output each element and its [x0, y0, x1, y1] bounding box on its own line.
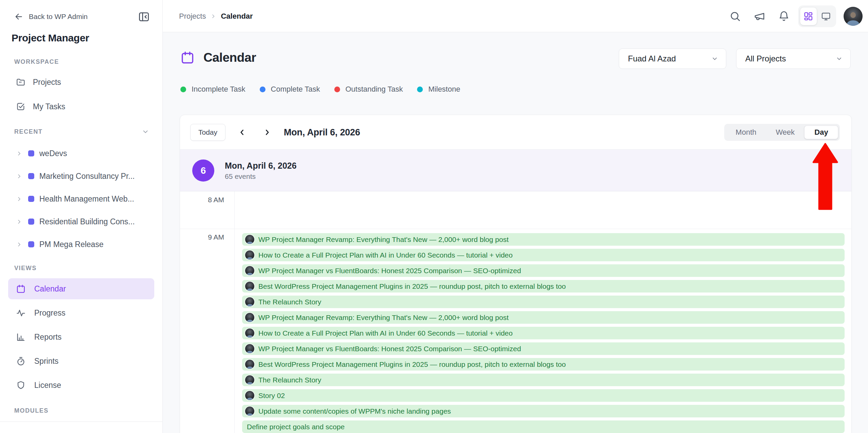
- chevron-right-icon: [210, 13, 217, 20]
- event-title: Best WordPress Project Management Plugin…: [258, 282, 566, 290]
- assignee-avatar: [245, 407, 254, 416]
- calendar-card: Today Mon, April 6, 2026 Month Week Day: [180, 115, 852, 433]
- chevron-right-icon[interactable]: [16, 150, 23, 157]
- event-bar[interactable]: Update some content/copies of WPPM's nic…: [242, 405, 845, 417]
- day-grid: 8 AM 9 AM WP Project Manager Revamp: Eve…: [180, 191, 851, 433]
- event-bar[interactable]: Define project goals and scope: [242, 420, 845, 433]
- event-bar[interactable]: WP Project Manager Revamp: Everything Th…: [242, 311, 845, 324]
- user-avatar[interactable]: [844, 7, 863, 26]
- recent-project-item[interactable]: weDevs: [0, 146, 162, 161]
- dashboard-grid-icon: [803, 11, 813, 21]
- view-segmented-control: Month Week Day: [724, 124, 840, 141]
- event-title: Story 02: [258, 392, 285, 400]
- event-bar[interactable]: WP Project Manager vs FluentBoards: Hone…: [242, 264, 845, 277]
- event-bar[interactable]: Best WordPress Project Management Plugin…: [242, 358, 845, 371]
- event-title: Define project goals and scope: [247, 423, 344, 431]
- chevron-down-icon[interactable]: [141, 128, 150, 136]
- breadcrumb: Projects Calendar: [179, 0, 253, 32]
- notifications-button[interactable]: [777, 10, 791, 23]
- assignee-avatar: [245, 266, 254, 275]
- sidebar-view-item[interactable]: License: [8, 375, 154, 396]
- assignee-avatar: [245, 235, 254, 244]
- shield-icon: [16, 380, 26, 391]
- day-title: Mon, April 6, 2026: [225, 161, 297, 171]
- breadcrumb-projects[interactable]: Projects: [179, 12, 206, 21]
- monitor-icon: [821, 11, 831, 21]
- event-bar[interactable]: WP Project Manager Revamp: Everything Th…: [242, 233, 845, 246]
- previous-day-button[interactable]: [234, 124, 250, 141]
- views-list: Calendar Progress Reports Sprints Licens…: [8, 278, 154, 396]
- assignee-filter-value: Fuad Al Azad: [628, 54, 676, 63]
- project-filter-value: All Projects: [745, 54, 786, 63]
- assignee-avatar: [245, 282, 254, 291]
- bell-icon: [778, 11, 790, 22]
- search-button[interactable]: [728, 10, 742, 23]
- activity-icon: [16, 308, 26, 318]
- dashboard-view-toggle[interactable]: [800, 7, 817, 25]
- event-bar[interactable]: Best WordPress Project Management Plugin…: [242, 280, 845, 293]
- legend-item: Milestone: [417, 85, 460, 94]
- calendar-toolbar: Today Mon, April 6, 2026 Month Week Day: [180, 115, 851, 150]
- sidebar-view-item[interactable]: Calendar: [8, 278, 154, 299]
- sidebar-item-label: My Tasks: [33, 102, 65, 111]
- chevron-right-icon[interactable]: [16, 173, 23, 180]
- chevron-right-icon[interactable]: [16, 195, 23, 203]
- view-segment-button[interactable]: Week: [766, 126, 804, 139]
- event-bar[interactable]: The Relaunch Story: [242, 374, 845, 386]
- assignee-avatar: [245, 328, 254, 338]
- assignee-avatar: [245, 250, 254, 260]
- chevron-right-icon[interactable]: [16, 218, 23, 225]
- chevron-right-icon: [263, 128, 272, 137]
- event-list: WP Project Manager Revamp: Everything Th…: [242, 233, 845, 433]
- breadcrumb-current: Calendar: [221, 12, 253, 21]
- recent-project-item[interactable]: Health Management Web...: [0, 191, 162, 206]
- chevron-down-icon: [711, 55, 718, 62]
- next-day-button[interactable]: [259, 124, 275, 141]
- project-color-dot: [28, 173, 34, 179]
- hour-label-8am: 8 AM: [180, 196, 234, 204]
- announcements-button[interactable]: [753, 10, 766, 23]
- event-bar[interactable]: How to Create a Full Project Plan with A…: [242, 327, 845, 339]
- chevron-right-icon[interactable]: [16, 241, 23, 248]
- event-bar[interactable]: WP Project Manager vs FluentBoards: Hone…: [242, 342, 845, 355]
- sidebar-view-item[interactable]: Progress: [8, 302, 154, 323]
- legend: Incomplete Task Complete Task Outstandin…: [180, 85, 460, 94]
- classic-view-toggle[interactable]: [818, 7, 834, 25]
- event-bar[interactable]: How to Create a Full Project Plan with A…: [242, 249, 845, 261]
- event-bar[interactable]: The Relaunch Story: [242, 296, 845, 308]
- event-title: WP Project Manager vs FluentBoards: Hone…: [258, 345, 521, 353]
- sidebar-view-item[interactable]: Sprints: [8, 351, 154, 372]
- main-content: Calendar Fuad Al Azad All Projects Incom…: [163, 32, 868, 433]
- event-title: The Relaunch Story: [258, 298, 321, 306]
- timer-icon: [16, 356, 26, 366]
- project-color-dot: [28, 150, 34, 156]
- legend-item: Incomplete Task: [180, 85, 245, 94]
- recent-project-item[interactable]: Marketing Consultancy Pr...: [0, 169, 162, 184]
- sidebar-item[interactable]: My Tasks: [0, 98, 162, 115]
- legend-label: Milestone: [428, 85, 460, 94]
- recent-projects-list: weDevs Marketing Consultancy Pr... Healt…: [0, 146, 162, 252]
- topbar: Projects Calendar: [163, 0, 868, 32]
- legend-label: Outstanding Task: [346, 85, 403, 94]
- project-color-dot: [28, 196, 34, 202]
- recent-project-label: weDevs: [39, 149, 67, 158]
- recent-project-item[interactable]: PM Mega Release: [0, 237, 162, 252]
- search-icon: [729, 11, 741, 22]
- sidebar-view-label: Calendar: [34, 284, 66, 294]
- today-button[interactable]: Today: [190, 124, 225, 141]
- event-bar[interactable]: Story 02: [242, 389, 845, 402]
- project-color-dot: [28, 219, 34, 225]
- sidebar-collapse-icon[interactable]: [138, 11, 150, 23]
- recent-section-label: RECENT: [14, 128, 43, 135]
- sidebar: Back to WP Admin Project Manager WORKSPA…: [0, 0, 163, 433]
- project-filter-select[interactable]: All Projects: [736, 49, 851, 69]
- recent-project-item[interactable]: Residential Building Cons...: [0, 214, 162, 229]
- view-segment-button[interactable]: Day: [804, 126, 838, 139]
- assignee-filter-select[interactable]: Fuad Al Azad: [619, 49, 726, 69]
- view-segment-button[interactable]: Month: [726, 126, 766, 139]
- sidebar-item[interactable]: Projects: [0, 73, 162, 91]
- event-title: Best WordPress Project Management Plugin…: [258, 360, 566, 369]
- sidebar-view-item[interactable]: Reports: [8, 326, 154, 347]
- back-to-wp-admin-link[interactable]: Back to WP Admin: [14, 12, 88, 22]
- legend-dot: [180, 87, 186, 92]
